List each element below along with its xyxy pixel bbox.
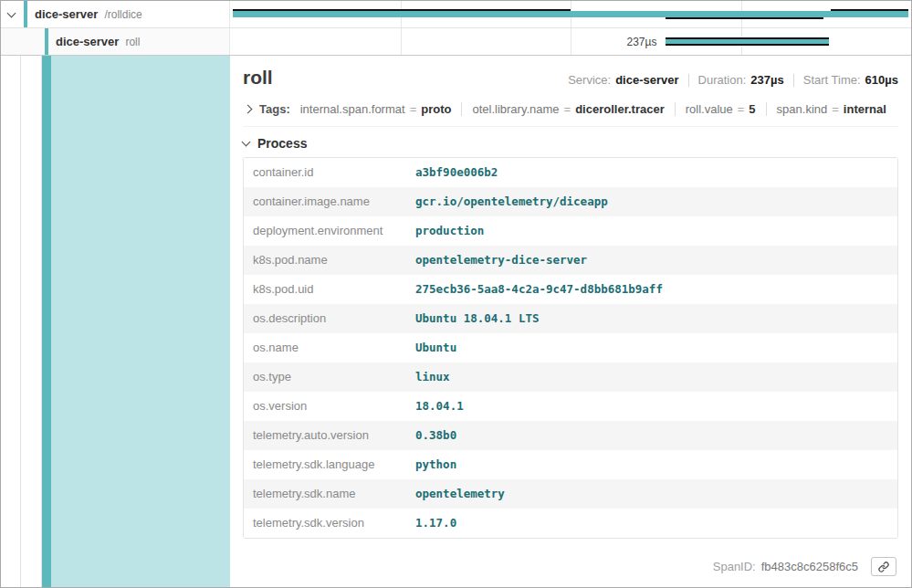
span-track-rolldice (230, 1, 911, 27)
table-row: os.version 18.04.1 (244, 392, 897, 421)
collapse-children-icon[interactable] (7, 8, 16, 17)
table-row: k8s.pod.name opentelemetry-dice-server (244, 246, 897, 275)
tags-label: Tags: (259, 102, 290, 116)
service-name: dice-server (35, 7, 98, 21)
critical-path-segment (666, 17, 824, 19)
span-duration-label: 237µs (627, 36, 657, 48)
separator (688, 74, 689, 87)
timeline-gridline (571, 28, 571, 55)
span-title: roll (243, 67, 273, 89)
tag-item: span.kind = internal (766, 102, 886, 116)
critical-path-segment (831, 9, 908, 11)
meta-service-value: dice-server (615, 73, 678, 87)
table-row: os.description Ubuntu 18.04.1 LTS (244, 304, 897, 333)
detail-header: roll Service: dice-server Duration: 237µ… (243, 67, 898, 89)
meta-starttime-value: 610µs (865, 73, 898, 87)
tags-toggle-row[interactable]: Tags: internal.span.format = proto otel.… (243, 98, 898, 127)
table-row: os.type linux (244, 362, 897, 392)
table-row: container.id a3bf90e006b2 (244, 158, 897, 187)
table-row: telemetry.sdk.language python (244, 450, 897, 479)
span-detail-panel: roll Service: dice-server Duration: 237µ… (230, 56, 911, 587)
span-name-cell-rolldice[interactable]: dice-server /rolldice (1, 1, 230, 27)
separator (793, 74, 794, 87)
table-row: k8s.pod.uid 275ecb36-5aa8-4c2a-9c47-d8bb… (244, 275, 897, 304)
span-bar-roll[interactable] (666, 37, 829, 46)
span-detail-area: roll Service: dice-server Duration: 237µ… (1, 56, 911, 587)
trace-detail-window: dice-server /rolldice dice-server roll 2… (0, 0, 912, 588)
service-name: dice-server (56, 35, 119, 48)
span-detail-fill (42, 56, 230, 587)
operation-name: /rolldice (104, 8, 142, 21)
span-track-roll: 237µs (230, 28, 911, 55)
table-row: deployment.environment production (244, 216, 897, 246)
process-toggle-row[interactable]: Process (243, 136, 898, 151)
detail-footer: SpanID: fb483c8c6258f6c5 (243, 548, 898, 580)
table-row: telemetry.sdk.name opentelemetry (244, 479, 897, 509)
spanid-value: fb483c8c6258f6c5 (761, 560, 858, 573)
table-row: telemetry.auto.version 0.38b0 (244, 421, 897, 450)
meta-duration-value: 237µs (750, 73, 783, 87)
spanid-label: SpanID: (713, 560, 756, 573)
tag-item: roll.value = 5 (675, 102, 756, 116)
span-name-cell-roll[interactable]: dice-server roll (1, 28, 230, 55)
meta-duration-label: Duration: (698, 73, 747, 87)
span-row-roll: dice-server roll 237µs (1, 28, 911, 56)
span-bar-rolldice[interactable] (233, 11, 908, 17)
span-meta: Service: dice-server Duration: 237µs Sta… (568, 73, 898, 87)
meta-service-label: Service: (568, 73, 611, 87)
service-color-strip (45, 28, 48, 55)
table-row: telemetry.sdk.version 1.17.0 (244, 509, 897, 538)
meta-starttime-label: Start Time: (803, 73, 861, 87)
chevron-down-icon (242, 138, 251, 147)
gutter-column (1, 56, 21, 587)
gutter-column (21, 56, 42, 587)
table-row: container.image.name gcr.io/opentelemetr… (244, 187, 897, 216)
service-color-strip (42, 56, 51, 587)
timeline-gridline (401, 28, 402, 55)
service-color-strip (24, 1, 27, 27)
critical-path-segment (233, 9, 571, 11)
tree-gutter (1, 56, 230, 587)
tag-item: otel.library.name = diceroller.tracer (461, 102, 664, 116)
link-icon (877, 561, 890, 573)
operation-name: roll (125, 36, 140, 48)
table-row: os.name Ubuntu (244, 333, 897, 362)
tag-item: internal.span.format = proto (300, 102, 452, 116)
process-label: Process (257, 136, 307, 151)
span-row-rolldice: dice-server /rolldice (1, 1, 911, 28)
chevron-right-icon (244, 105, 253, 114)
copy-span-link-button[interactable] (871, 557, 896, 576)
process-kv-table: container.id a3bf90e006b2 container.imag… (243, 157, 898, 539)
